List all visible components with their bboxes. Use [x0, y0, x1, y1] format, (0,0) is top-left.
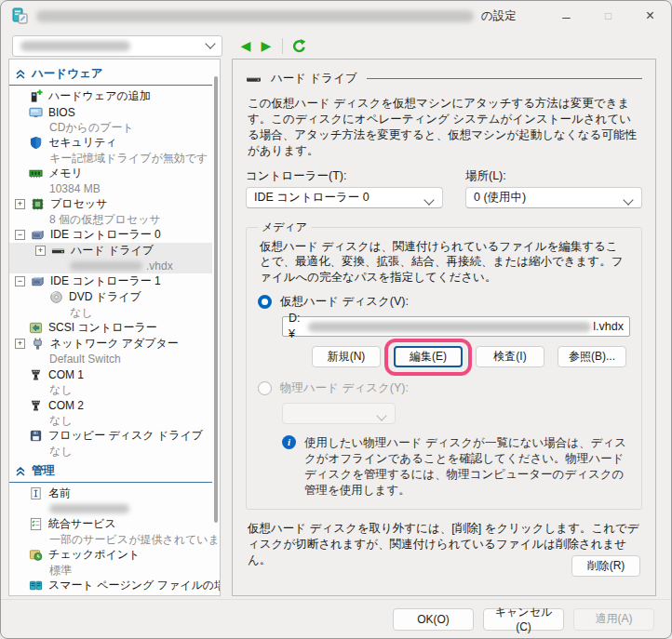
physical-disk-radio[interactable] [258, 381, 272, 395]
sidebar-item-bios[interactable]: BIOS [9, 104, 220, 120]
sidebar-sub-hard-drive: .vhdx [9, 259, 212, 273]
controller-label: コントローラー(T): [246, 168, 443, 184]
sidebar-sub-com2: なし [9, 413, 220, 428]
physical-disk-info-text: 使用したい物理ハード ディスクが一覧にない場合は、ディスクがオフラインであること… [304, 435, 628, 499]
sidebar-item-name[interactable]: 名前 [9, 486, 220, 501]
location-dropdown[interactable]: 0 (使用中) [465, 187, 642, 208]
sidebar-item-smart-paging[interactable]: スマート ページング ファイルの場所 [9, 578, 220, 593]
sidebar-sub-com1: なし [9, 382, 220, 397]
network-adapter-icon [31, 337, 45, 351]
com-port-icon [29, 367, 43, 381]
info-icon: i [282, 435, 296, 449]
refresh-button[interactable] [289, 35, 309, 56]
sidebar-item-floppy[interactable]: フロッピー ディスク ドライブ [9, 428, 220, 444]
chevron-down-icon [376, 410, 386, 420]
physical-disk-dropdown [282, 403, 396, 424]
controller-dropdown[interactable]: IDE コントローラー 0 [246, 187, 443, 208]
sidebar-sub-processor: 8 個の仮想プロセッサ [9, 212, 220, 227]
sidebar-sub-checkpoints: 標準 [9, 563, 220, 578]
navigate-back-button[interactable]: ◀ [235, 35, 256, 56]
expand-icon[interactable]: + [35, 246, 46, 256]
sidebar-sub-name [9, 501, 220, 516]
floppy-disk-icon [29, 429, 43, 443]
scsi-controller-icon [29, 321, 43, 335]
media-description: 仮想ハード ディスクは、関連付けられているファイルを編集することで、最適化、変換… [260, 239, 628, 286]
remove-button[interactable]: 削除(R) [571, 555, 640, 577]
sidebar-sub-integration: 一部のサービスが提供されています [9, 532, 220, 547]
sidebar-item-memory[interactable]: メモリ [9, 166, 220, 181]
inspect-button[interactable]: 検査(I) [476, 346, 544, 367]
navigate-forward-button[interactable]: ▶ [256, 35, 276, 56]
location-label: 場所(L): [465, 168, 642, 184]
chevron-down-icon [423, 195, 434, 206]
processor-icon [31, 197, 45, 211]
cancel-button[interactable]: キャンセル(C) [483, 608, 564, 631]
sidebar-sub-bios: CDからのブート [9, 120, 220, 135]
checkpoint-icon [29, 548, 43, 562]
vhdx-path-redacted [70, 261, 142, 271]
rename-icon [29, 486, 43, 500]
edit-button[interactable]: 編集(E) [394, 346, 463, 367]
sidebar-sub-floppy: なし [9, 444, 220, 459]
ok-button[interactable]: OK(O) [393, 608, 474, 631]
sidebar-item-security[interactable]: セキュリティ [9, 135, 220, 151]
sidebar-item-processor[interactable]: + プロセッサ [9, 196, 220, 212]
sidebar-item-com2[interactable]: COM 2 [9, 397, 220, 413]
management-section-header[interactable]: 管理 [9, 460, 212, 483]
com-port-icon [29, 398, 43, 412]
sidebar-scrollbar[interactable] [214, 76, 218, 523]
sidebar-sub-dvd: なし [9, 305, 220, 320]
browse-button[interactable]: 参照(B)... [558, 346, 626, 367]
hyperv-settings-window: の設定 – □ × ◀ ▶ ハードウェア [0, 0, 672, 639]
virtual-disk-radio-label: 仮想ハード ディスク(V): [280, 294, 409, 310]
bios-icon [29, 105, 43, 119]
vm-selector-dropdown[interactable] [12, 35, 222, 57]
sidebar-item-add-hardware[interactable]: ハードウェアの追加 [9, 88, 220, 104]
hardware-section-header[interactable]: ハードウェア [9, 63, 212, 86]
sidebar-item-network-adapter[interactable]: + ネットワーク アダプター [9, 336, 220, 352]
virtual-disk-radio[interactable] [258, 295, 272, 309]
window-title-suffix: の設定 [481, 8, 517, 24]
ide-controller-icon [31, 274, 45, 288]
sidebar-item-checkpoints[interactable]: チェックポイント [9, 547, 220, 563]
hard-drive-settings-panel: ハード ドライブ この仮想ハード ディスクを仮想マシンにアタッチする方法は変更で… [232, 59, 656, 596]
vm-selector-redacted [20, 41, 130, 51]
expand-icon[interactable]: + [15, 339, 25, 349]
sidebar-sub-memory: 10384 MB [9, 181, 220, 196]
sidebar-item-dvd-drive[interactable]: DVD ドライブ [9, 289, 220, 305]
panel-intro-text: この仮想ハード ディスクを仮想マシンにアタッチする方法は変更できます。このディス… [248, 96, 640, 159]
apply-button: 適用(A) [573, 608, 654, 631]
sidebar-item-ide-controller-0[interactable]: − IDE コントローラー 0 [9, 227, 220, 243]
minimize-button[interactable]: – [545, 1, 587, 31]
physical-disk-radio-label: 物理ハード ディスク(Y): [280, 380, 409, 396]
dvd-disc-icon [49, 290, 63, 304]
shield-icon [29, 136, 43, 150]
sidebar-sub-security: キー記憶域ドライブが無効です [9, 151, 220, 166]
sidebar-item-com1[interactable]: COM 1 [9, 366, 220, 382]
expand-icon[interactable]: + [15, 199, 25, 209]
vhd-path-input[interactable]: D:¥ l.vhdx [282, 316, 630, 337]
hard-drive-icon [246, 71, 262, 87]
close-button[interactable]: × [629, 1, 671, 31]
chevron-down-icon [205, 38, 215, 48]
sidebar-item-scsi-controller[interactable]: SCSI コントローラー [9, 320, 220, 336]
sidebar-item-ide-controller-1[interactable]: − IDE コントローラー 1 [9, 273, 220, 289]
new-button[interactable]: 新規(N) [312, 346, 381, 367]
collapse-icon[interactable]: − [15, 276, 25, 286]
add-hardware-icon [29, 89, 43, 103]
memory-icon [29, 166, 43, 180]
smart-paging-icon [29, 579, 43, 592]
collapse-section-icon [16, 70, 25, 79]
media-legend: メディア [258, 220, 311, 234]
titlebar: の設定 – □ × [1, 1, 671, 31]
collapse-icon[interactable]: − [15, 230, 25, 240]
maximize-button: □ [587, 1, 629, 31]
integration-services-icon [29, 517, 43, 531]
panel-title: ハード ドライブ [271, 71, 357, 87]
hardware-tree-sidebar: ハードウェア ハードウェアの追加 BIOS CDからのブート セキュリティ キー… [8, 59, 221, 596]
media-groupbox: メディア 仮想ハード ディスクは、関連付けられているファイルを編集することで、最… [246, 220, 642, 510]
toolbar: ◀ ▶ [1, 33, 671, 59]
sidebar-sub-network: Default Switch [9, 352, 220, 366]
sidebar-item-integration-services[interactable]: 統合サービス [9, 516, 220, 532]
sidebar-item-hard-drive[interactable]: + ハード ドライブ [9, 243, 212, 259]
